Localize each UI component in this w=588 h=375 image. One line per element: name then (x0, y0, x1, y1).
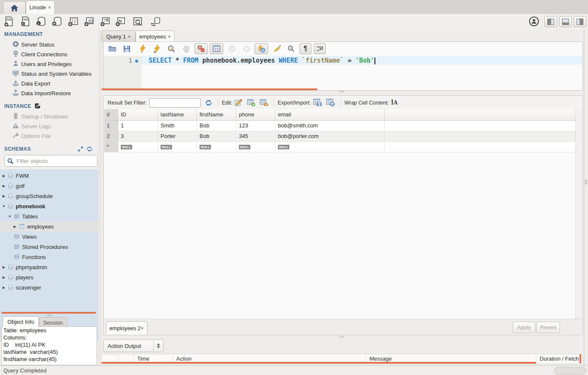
tree-item-stored-procedures[interactable]: Stored Procedures (0, 242, 98, 252)
rollback-icon[interactable] (240, 43, 252, 54)
schema-filter-input[interactable] (16, 157, 94, 165)
sidebar-main-splitter[interactable] (98, 30, 102, 365)
sidebar-item-options-file[interactable]: Options File (0, 131, 98, 141)
open-script-icon[interactable] (106, 43, 118, 54)
sql-statement[interactable]: SELECT * FROM phonebook.employees WHERE … (149, 57, 375, 64)
new-row[interactable]: * NULL NULL NULL NULL NULL (104, 142, 575, 152)
toggle-stop-on-error-icon[interactable] (194, 43, 208, 54)
tab-query-1[interactable]: Query 1 × (102, 30, 136, 42)
table-row[interactable]: 2 3 Porter Bob 345 bob@porter.com (104, 131, 575, 142)
tree-item-functions[interactable]: Functions (0, 252, 98, 262)
sidebar-item-server-logs[interactable]: Server Logs (0, 121, 98, 131)
sidebar-item-server-status[interactable]: Server Status (0, 40, 98, 50)
tab-employees[interactable]: employees × (136, 30, 175, 42)
execute-current-statement-icon[interactable] (151, 43, 163, 54)
refresh-results-icon[interactable] (205, 99, 212, 106)
limit-rows-icon[interactable] (210, 43, 223, 54)
edit-record-icon[interactable] (234, 99, 243, 107)
toggle-word-wrap-icon[interactable] (314, 43, 326, 54)
tree-item-golf[interactable]: ▶ golf (0, 181, 98, 191)
chevron-right-icon[interactable]: ▶ (2, 194, 6, 198)
editor-results-splitter[interactable] (102, 90, 582, 92)
create-function-icon[interactable]: f() (114, 16, 127, 28)
column-header-firstname[interactable]: firstName (197, 109, 236, 120)
user-lock-icon[interactable] (529, 16, 539, 28)
result-filter-input[interactable] (149, 98, 201, 108)
tab-employees-2[interactable]: employees 2 × (106, 321, 147, 334)
sidebar-item-data-export[interactable]: Data Export (0, 79, 98, 88)
sidebar-item-startup-shutdown[interactable]: Startup / Shutdown (0, 112, 98, 121)
tree-item-views[interactable]: Views (0, 232, 98, 242)
export-recordset-icon[interactable] (313, 99, 322, 107)
table-row[interactable]: 1 1 Smith Bob 123 bob@smith.com (104, 121, 575, 131)
chevron-down-icon[interactable]: ▼ (2, 204, 6, 208)
output-selector[interactable]: Action Output (103, 339, 164, 352)
insert-row-icon[interactable] (247, 99, 255, 107)
chevron-right-icon[interactable]: ▶ (2, 276, 6, 279)
delete-row-icon[interactable] (260, 99, 268, 107)
stop-query-icon[interactable] (180, 43, 192, 54)
spinner-icon[interactable] (154, 343, 163, 348)
grid-vertical-scrollbar[interactable] (575, 109, 582, 319)
create-schema-icon[interactable] (51, 16, 64, 28)
tree-item-players[interactable]: ▶ players (0, 272, 98, 282)
column-header-email[interactable]: email (275, 109, 385, 120)
chevron-right-icon[interactable]: ▶ (13, 225, 17, 229)
chevron-right-icon[interactable]: ▶ (2, 265, 6, 269)
toggle-right-sidebar-icon[interactable] (574, 16, 586, 27)
column-header-rownum[interactable]: # (104, 109, 118, 120)
chevron-right-icon[interactable]: ▶ (2, 184, 6, 188)
column-header-id[interactable]: ID (118, 109, 158, 120)
schema-filter[interactable] (4, 155, 97, 167)
close-icon[interactable]: × (168, 33, 171, 40)
toggle-autocommit-icon[interactable] (255, 43, 268, 54)
create-procedure-icon[interactable] (99, 16, 112, 28)
close-icon[interactable]: × (48, 4, 51, 11)
tree-item-scavenger[interactable]: ▶ scavenger (0, 282, 98, 292)
tab-object-info[interactable]: Object Info (3, 316, 39, 327)
execute-query-icon[interactable] (137, 43, 149, 54)
toggle-left-sidebar-icon[interactable] (544, 16, 557, 27)
refresh-schemas-icon[interactable] (86, 146, 93, 153)
tree-item-fwm[interactable]: ▶ FWM (0, 171, 98, 181)
home-tab[interactable] (3, 1, 26, 14)
expand-schemas-icon[interactable] (78, 146, 83, 153)
tree-item-groupschedule[interactable]: ▶ groupSchedule (0, 191, 98, 201)
open-sql-file-icon[interactable]: SQL (19, 16, 31, 28)
toggle-bottom-panel-icon[interactable] (559, 16, 572, 27)
chevron-right-icon[interactable]: ▶ (2, 286, 6, 290)
tree-item-employees[interactable]: ▶ employees (0, 221, 98, 232)
import-records-icon[interactable] (326, 99, 335, 107)
column-header-phone[interactable]: phone (236, 109, 275, 120)
inspect-database-icon[interactable]: i (35, 16, 47, 28)
toggle-invisible-characters-icon[interactable]: ¶ (300, 43, 311, 54)
right-panel-splitter[interactable] (584, 30, 588, 365)
close-icon[interactable]: × (128, 33, 131, 40)
sidebar-item-users-privileges[interactable]: Users and Privileges (0, 59, 98, 69)
create-view-icon[interactable] (83, 16, 96, 28)
new-sql-tab-icon[interactable]: SQL (3, 16, 15, 28)
close-icon[interactable]: × (141, 325, 144, 331)
explain-query-icon[interactable] (166, 43, 178, 54)
output-splitter[interactable] (102, 336, 582, 338)
tree-item-phpmyadmin[interactable]: ▶ phpmyadmin (0, 262, 98, 272)
commit-icon[interactable] (226, 43, 238, 54)
connection-tab[interactable]: Linode × (26, 0, 55, 14)
output-col-duration[interactable]: Duration / Fetch (536, 354, 582, 364)
save-script-icon[interactable] (121, 43, 133, 54)
create-table-icon[interactable] (67, 16, 80, 28)
tree-item-tables[interactable]: ▼ Tables (0, 211, 98, 221)
revert-button[interactable]: Revert (536, 322, 560, 333)
apply-button[interactable]: Apply (513, 322, 535, 333)
sidebar-item-client-connections[interactable]: Client Connections (0, 50, 98, 59)
reconnect-dbms-icon[interactable] (149, 16, 162, 28)
wrap-cell-content-icon[interactable]: ĪA (391, 99, 398, 106)
sidebar-item-status-system-variables[interactable]: Status and System Variables (0, 69, 98, 79)
sidebar-item-data-import[interactable]: Data Import/Restore (0, 88, 98, 98)
horizontal-scrollbar-thumb[interactable] (554, 367, 586, 375)
tree-item-phonebook[interactable]: ▼ phonebook (0, 201, 98, 211)
chevron-right-icon[interactable]: ▶ (2, 174, 6, 178)
search-data-icon[interactable] (131, 16, 144, 28)
beautify-script-icon[interactable] (272, 43, 283, 54)
chevron-down-icon[interactable]: ▼ (8, 215, 12, 218)
